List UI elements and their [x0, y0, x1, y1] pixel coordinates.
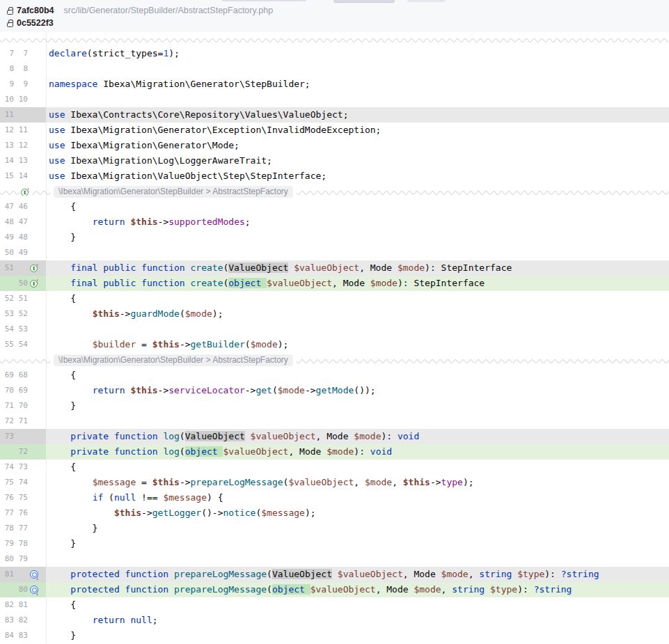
gutter-icon-slot	[28, 46, 46, 61]
code-token: guardMode	[130, 308, 179, 319]
code-line[interactable]: {	[46, 291, 669, 306]
line-number-old: 47	[0, 199, 14, 214]
code-line[interactable]: }	[46, 521, 669, 536]
method-overridden-icon[interactable]: ↓	[30, 570, 39, 579]
line-number-new: 51	[14, 291, 28, 306]
cutoff-ui-stub	[221, 0, 306, 1]
code-line[interactable]	[46, 61, 669, 77]
gutter-icon-slot	[28, 475, 46, 490]
line-number-new: 71	[14, 414, 28, 429]
implements-interface-icon[interactable]: I↑	[30, 280, 40, 288]
line-number-new: 14	[14, 168, 28, 184]
code-token: ):	[354, 446, 370, 457]
line-number-old: 76	[0, 490, 14, 505]
code-line[interactable]: protected function prepareLogMessage(Val…	[46, 567, 669, 582]
code-token: string	[452, 584, 490, 595]
code-token: getLogger	[152, 508, 201, 518]
cutoff-ui-stub	[407, 0, 446, 2]
line-number-old: 83	[0, 613, 14, 628]
implements-interface-icon[interactable]: I↑	[30, 265, 40, 272]
diff-line: 7574 $message = $this->prepareLogMessage…	[0, 475, 669, 490]
gutter-icon-slot	[28, 291, 46, 306]
gutter-icon-slot	[28, 536, 46, 551]
code-token: $valueObject	[310, 584, 376, 595]
code-line[interactable]: }	[46, 628, 669, 643]
code-token: protected function	[70, 569, 174, 579]
code-token: supportedModes	[168, 217, 245, 227]
code-token: Ibexa\Migration\ValueObject\Step\StepInt…	[70, 171, 326, 181]
code-token: getMode	[316, 385, 354, 395]
gutter: 5554	[0, 337, 46, 352]
code-line[interactable]: private function log(object $valueObject…	[46, 444, 669, 460]
line-number-new: 77	[14, 521, 28, 536]
code-token	[49, 446, 70, 457]
code-line[interactable]: $message = $this->prepareLogMessage($val…	[46, 475, 669, 490]
code-line[interactable]: $builder = $this->getBuilder($mode);	[46, 337, 669, 352]
line-number-new: 47	[14, 214, 28, 230]
line-number-new	[14, 429, 28, 444]
code-token	[245, 431, 251, 441]
gutter: 7978	[0, 536, 46, 551]
code-line[interactable]	[46, 245, 669, 260]
code-line[interactable]	[46, 414, 669, 429]
code-token: );	[463, 477, 474, 487]
separator-breadcrumb[interactable]: \Ibexa\Migration\Generator\StepBuilder >…	[54, 186, 293, 198]
implements-interface-icon[interactable]: I↑	[21, 189, 31, 196]
gutter-icon-slot	[28, 628, 46, 643]
code-line[interactable]: use Ibexa\Migration\Log\LoggerAwareTrait…	[46, 153, 669, 168]
line-number-new: 52	[14, 306, 28, 322]
code-line[interactable]: return null;	[46, 613, 669, 628]
method-overridden-icon[interactable]: ↓	[30, 586, 39, 594]
code-line[interactable]: return $this->serviceLocator->get($mode-…	[46, 383, 669, 398]
code-token: prepareLogMessage	[174, 569, 267, 579]
code-token: (strict_types=	[87, 48, 164, 58]
line-number-old: 84	[0, 628, 14, 643]
diff-line: 73 private function log(ValueObject $val…	[0, 429, 669, 444]
line-number-new: 49	[14, 245, 28, 260]
code-token: =	[136, 339, 152, 350]
code-line[interactable]	[46, 92, 669, 107]
code-line[interactable]: protected function prepareLogMessage(obj…	[46, 582, 669, 597]
code-line[interactable]: $this->getLogger()->notice($message);	[46, 505, 669, 521]
code-line[interactable]: use Ibexa\Migration\Generator\Mode;	[46, 138, 669, 153]
gutter: 7877	[0, 521, 46, 536]
gutter: 7271	[0, 414, 46, 429]
code-line[interactable]: namespace Ibexa\Migration\Generator\Step…	[46, 77, 669, 92]
code-token: object	[228, 278, 267, 288]
code-line[interactable]: final public function create(ValueObject…	[46, 260, 669, 276]
code-token: (	[272, 385, 278, 395]
code-line[interactable]: {	[46, 368, 669, 383]
code-token	[49, 615, 93, 625]
code-line[interactable]: {	[46, 460, 669, 475]
code-line[interactable]: if (null !== $message) {	[46, 490, 669, 505]
code-line[interactable]: private function log(ValueObject $valueO…	[46, 429, 669, 444]
diff-line: 7271	[0, 414, 669, 429]
line-number-old: 79	[0, 536, 14, 551]
code-line[interactable]: use Ibexa\Contracts\Core\Repository\Valu…	[46, 107, 669, 123]
code-line[interactable]: use Ibexa\Migration\Generator\Exception\…	[46, 123, 669, 138]
line-number-new: 68	[14, 368, 28, 383]
line-number-new	[14, 567, 28, 582]
code-token: $mode	[251, 339, 278, 350]
code-line[interactable]	[46, 551, 669, 567]
code-line[interactable]: use Ibexa\Migration\ValueObject\Step\Ste…	[46, 168, 669, 184]
gutter: 7776	[0, 505, 46, 521]
code-line[interactable]: {	[46, 199, 669, 214]
code-token: {	[49, 370, 76, 380]
code-token: $type	[517, 569, 544, 579]
gutter-icon-slot: ↓	[28, 567, 46, 582]
code-line[interactable]: }	[46, 536, 669, 551]
code-line[interactable]: $this->guardMode($mode);	[46, 306, 669, 322]
code-line[interactable]: }	[46, 398, 669, 414]
code-line[interactable]: {	[46, 597, 669, 613]
code-line[interactable]	[46, 322, 669, 337]
line-number-old: 71	[0, 398, 14, 414]
separator-breadcrumb[interactable]: \Ibexa\Migration\Generator\StepBuilder >…	[54, 354, 293, 366]
code-line[interactable]: }	[46, 230, 669, 245]
code-line[interactable]: final public function create(object $val…	[46, 276, 669, 291]
code-line[interactable]: return $this->supportedModes;	[46, 214, 669, 230]
code-token: return	[93, 385, 131, 395]
code-line[interactable]: declare(strict_types=1);	[46, 46, 669, 61]
code-token: {	[49, 599, 76, 610]
gutter: 50I↑	[0, 276, 46, 291]
